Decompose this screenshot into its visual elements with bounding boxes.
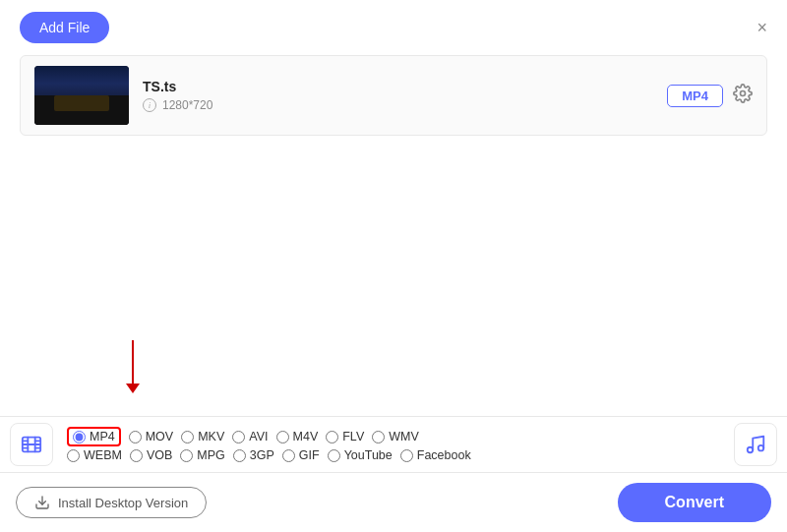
- svg-point-0: [741, 90, 746, 95]
- file-actions: MP4: [667, 84, 753, 108]
- format-label-avi: AVI: [249, 430, 268, 443]
- arrow-head: [126, 384, 140, 393]
- radio-wmv[interactable]: [372, 431, 385, 443]
- file-list: TS.ts i 1280*720 MP4: [20, 55, 767, 136]
- radio-gif[interactable]: [282, 449, 295, 462]
- arrow-shaft: [132, 340, 134, 384]
- radio-webm[interactable]: [67, 449, 80, 462]
- audio-format-icon[interactable]: [734, 423, 777, 466]
- radio-mpg[interactable]: [180, 449, 193, 462]
- radio-youtube[interactable]: [328, 449, 340, 462]
- close-button[interactable]: ×: [757, 19, 767, 36]
- radio-facebook[interactable]: [400, 449, 413, 462]
- file-info: TS.ts i 1280*720: [143, 79, 667, 112]
- radio-flv[interactable]: [326, 431, 338, 443]
- format-option-youtube[interactable]: YouTube: [328, 448, 393, 462]
- header: Add File ×: [0, 0, 787, 51]
- format-label-facebook: Facebook: [417, 448, 471, 462]
- format-option-avi[interactable]: AVI: [232, 427, 268, 446]
- format-option-gif[interactable]: GIF: [282, 448, 320, 462]
- format-option-vob[interactable]: VOB: [130, 448, 172, 462]
- format-option-mp4[interactable]: MP4: [67, 427, 121, 446]
- format-option-m4v[interactable]: M4V: [276, 427, 319, 446]
- format-option-wmv[interactable]: WMV: [372, 427, 419, 446]
- format-label-wmv: WMV: [389, 430, 419, 443]
- format-badge[interactable]: MP4: [667, 85, 723, 107]
- file-meta: i 1280*720: [143, 98, 667, 112]
- format-option-mkv[interactable]: MKV: [181, 427, 224, 446]
- empty-area: [0, 140, 787, 307]
- svg-point-10: [758, 445, 764, 451]
- file-item: TS.ts i 1280*720 MP4: [21, 56, 766, 135]
- format-label-m4v: M4V: [293, 430, 319, 443]
- format-label-mp4: MP4: [90, 430, 115, 443]
- format-label-mov: MOV: [146, 430, 173, 443]
- svg-point-9: [748, 447, 754, 453]
- radio-avi[interactable]: [232, 431, 245, 443]
- format-label-mpg: MPG: [197, 448, 224, 462]
- footer-bar: Install Desktop Version Convert: [0, 473, 787, 532]
- format-label-vob: VOB: [147, 448, 172, 462]
- bottom-panel: MP4 MOV MKV AVI M4V: [0, 416, 787, 532]
- file-resolution: 1280*720: [162, 98, 212, 112]
- format-option-flv[interactable]: FLV: [326, 427, 364, 446]
- convert-button[interactable]: Convert: [618, 483, 771, 522]
- format-section: MP4 MOV MKV AVI M4V: [0, 417, 787, 473]
- radio-3gp[interactable]: [233, 449, 246, 462]
- install-desktop-button[interactable]: Install Desktop Version: [16, 487, 207, 518]
- format-label-gif: GIF: [299, 448, 320, 462]
- install-label: Install Desktop Version: [58, 496, 188, 510]
- add-file-button[interactable]: Add File: [20, 12, 109, 43]
- radio-vob[interactable]: [130, 449, 143, 462]
- info-icon: i: [143, 98, 156, 112]
- download-icon: [34, 495, 50, 510]
- format-label-youtube: YouTube: [344, 448, 393, 462]
- arrow-indicator: [126, 340, 140, 393]
- format-label-mkv: MKV: [198, 430, 224, 443]
- format-option-webm[interactable]: WEBM: [67, 448, 122, 462]
- format-option-mpg[interactable]: MPG: [180, 448, 224, 462]
- radio-m4v[interactable]: [276, 431, 289, 443]
- file-thumbnail: [34, 66, 129, 125]
- format-option-3gp[interactable]: 3GP: [233, 448, 274, 462]
- format-label-flv: FLV: [342, 430, 364, 443]
- settings-button[interactable]: [733, 84, 753, 108]
- format-label-webm: WEBM: [84, 448, 122, 462]
- thumbnail-scene: [34, 66, 129, 125]
- radio-mp4[interactable]: [73, 431, 86, 443]
- video-format-icon[interactable]: [10, 423, 53, 466]
- format-label-3gp: 3GP: [250, 448, 274, 462]
- format-option-facebook[interactable]: Facebook: [400, 448, 471, 462]
- format-option-mov[interactable]: MOV: [129, 427, 173, 446]
- radio-mkv[interactable]: [181, 431, 194, 443]
- file-name: TS.ts: [143, 79, 667, 94]
- radio-mov[interactable]: [129, 431, 142, 443]
